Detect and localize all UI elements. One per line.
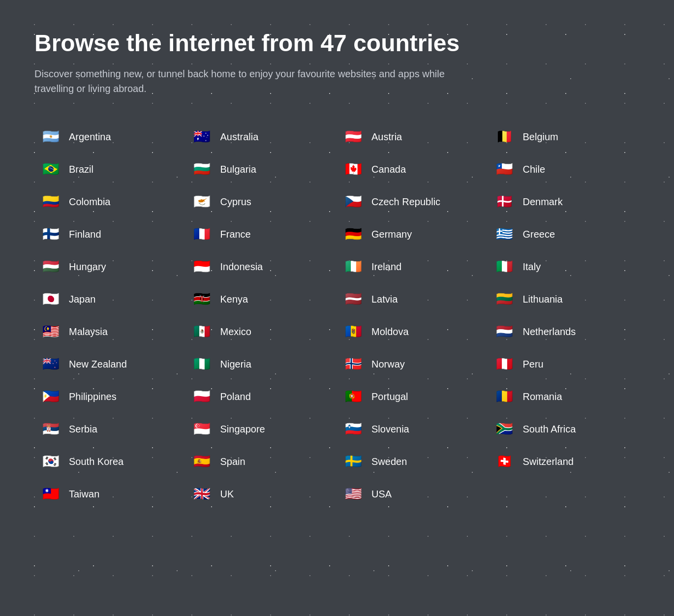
country-name: Czech Republic [371,196,440,208]
country-flag: 🇬🇧 [191,487,214,501]
country-name: Bulgaria [220,164,256,175]
country-flag: 🇬🇷 [493,227,516,242]
country-item[interactable]: 🇹🇼Taiwan [34,478,186,510]
country-flag: 🇱🇻 [342,292,365,307]
country-item[interactable]: 🇫🇮Finland [34,218,186,250]
country-item[interactable]: 🇮🇪Ireland [337,250,489,283]
country-item[interactable]: 🇦🇷Argentina [34,121,186,153]
country-name: Italy [523,261,541,273]
country-flag: 🇫🇷 [191,227,214,242]
country-item[interactable]: 🇩🇰Denmark [489,185,640,218]
country-item[interactable]: 🇱🇹Lithuania [489,283,640,315]
country-flag: 🇰🇪 [191,292,214,307]
country-name: Switzerland [523,456,574,467]
country-item[interactable]: 🇲🇾Malaysia [34,315,186,348]
country-item[interactable]: 🇳🇴Norway [337,348,489,380]
country-item[interactable]: 🇮🇹Italy [489,250,640,283]
country-flag: 🇳🇱 [493,324,516,339]
country-item[interactable]: 🇩🇪Germany [337,218,489,250]
country-item[interactable]: 🇨🇴Colombia [34,185,186,218]
country-item[interactable]: 🇲🇽Mexico [186,315,337,348]
country-flag: 🇳🇿 [39,357,62,371]
country-item[interactable]: 🇭🇺Hungary [34,250,186,283]
country-name: France [220,229,251,240]
country-flag: 🇩🇪 [342,227,365,242]
country-item[interactable]: 🇵🇱Poland [186,380,337,413]
country-item[interactable]: 🇯🇵Japan [34,283,186,315]
country-item[interactable]: 🇳🇿New Zealand [34,348,186,380]
country-name: Poland [220,391,251,402]
country-flag: 🇧🇷 [39,162,62,177]
country-flag: 🇧🇪 [493,129,516,144]
country-item[interactable]: 🇱🇻Latvia [337,283,489,315]
country-item[interactable]: 🇺🇸USA [337,478,489,510]
country-item[interactable]: 🇷🇸Serbia [34,413,186,445]
country-name: Singapore [220,424,265,435]
country-item[interactable]: 🇵🇭Philippines [34,380,186,413]
country-flag: 🇸🇪 [342,454,365,469]
country-flag: 🇨🇭 [493,454,516,469]
country-item[interactable]: 🇨🇦Canada [337,153,489,185]
country-flag: 🇵🇱 [191,389,214,404]
country-item[interactable]: 🇸🇪Sweden [337,445,489,478]
countries-grid: 🇦🇷Argentina🇦🇺Australia🇦🇹Austria🇧🇪Belgium… [34,121,640,510]
country-item[interactable]: 🇨🇾Cyprus [186,185,337,218]
country-flag: 🇺🇸 [342,487,365,501]
country-item[interactable]: 🇰🇪Kenya [186,283,337,315]
country-flag: 🇲🇽 [191,324,214,339]
page-title: Browse the internet from 47 countries [34,30,640,57]
country-name: Philippines [69,391,117,402]
country-name: Taiwan [69,489,99,500]
country-name: Germany [371,229,412,240]
country-flag: 🇿🇦 [493,422,516,436]
country-name: Brazil [69,164,93,175]
country-name: Malaysia [69,326,108,338]
country-item[interactable]: 🇸🇬Singapore [186,413,337,445]
country-flag: 🇪🇸 [191,454,214,469]
country-flag: 🇰🇷 [39,454,62,469]
country-flag: 🇮🇹 [493,259,516,274]
country-item[interactable]: 🇨🇿Czech Republic [337,185,489,218]
country-item[interactable]: 🇬🇧UK [186,478,337,510]
country-item[interactable]: 🇲🇩Moldova [337,315,489,348]
country-name: Austria [371,131,402,143]
country-flag: 🇯🇵 [39,292,62,307]
country-name: Belgium [523,131,558,143]
country-flag: 🇵🇪 [493,357,516,371]
country-flag: 🇨🇦 [342,162,365,177]
country-item[interactable]: 🇬🇷Greece [489,218,640,250]
country-flag: 🇫🇮 [39,227,62,242]
country-flag: 🇭🇺 [39,259,62,274]
country-item[interactable]: 🇨🇱Chile [489,153,640,185]
country-item[interactable]: 🇿🇦South Africa [489,413,640,445]
country-name: Greece [523,229,555,240]
country-item[interactable]: 🇳🇱Netherlands [489,315,640,348]
country-item[interactable]: 🇰🇷South Korea [34,445,186,478]
country-flag: 🇩🇰 [493,194,516,209]
country-item[interactable]: 🇧🇷Brazil [34,153,186,185]
country-flag: 🇷🇸 [39,422,62,436]
country-name: Lithuania [523,294,563,305]
country-name: Slovenia [371,424,409,435]
country-item[interactable]: 🇨🇭Switzerland [489,445,640,478]
country-item[interactable]: 🇫🇷France [186,218,337,250]
country-item[interactable]: 🇪🇸Spain [186,445,337,478]
country-flag: 🇨🇿 [342,194,365,209]
country-name: Sweden [371,456,407,467]
country-item[interactable]: 🇳🇬Nigeria [186,348,337,380]
country-item[interactable]: 🇧🇪Belgium [489,121,640,153]
country-item[interactable]: 🇧🇬Bulgaria [186,153,337,185]
country-name: Norway [371,359,405,370]
country-item[interactable]: 🇦🇹Austria [337,121,489,153]
country-item[interactable]: 🇸🇮Slovenia [337,413,489,445]
country-item[interactable]: 🇦🇺Australia [186,121,337,153]
country-flag: 🇹🇼 [39,487,62,501]
country-item[interactable]: 🇷🇴Romania [489,380,640,413]
country-name: Romania [523,391,562,402]
country-name: South Africa [523,424,576,435]
country-item[interactable]: 🇮🇩Indonesia [186,250,337,283]
country-name: Denmark [523,196,563,208]
country-name: USA [371,489,392,500]
country-item[interactable]: 🇵🇹Portugal [337,380,489,413]
country-item[interactable]: 🇵🇪Peru [489,348,640,380]
